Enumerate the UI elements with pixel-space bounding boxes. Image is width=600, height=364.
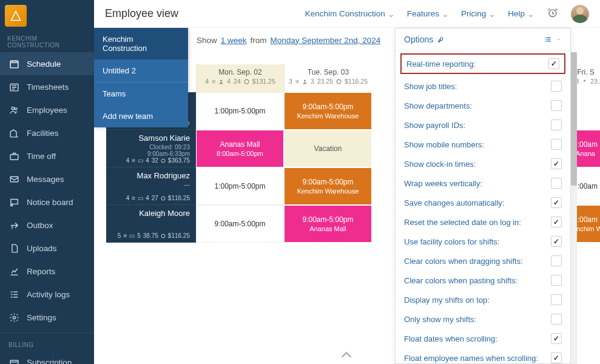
billing-section: BILLING [0, 333, 94, 351]
nav-timeoff[interactable]: Time off [0, 144, 94, 167]
shift[interactable]: 9:00am-5:00pmAnanas Mall [284, 205, 372, 243]
wrench-icon [437, 35, 445, 44]
shift[interactable]: 9:00am-5:00pmKenchim Warehouse [284, 92, 372, 130]
nav-facilities[interactable]: Facilities [0, 121, 94, 144]
header-features[interactable]: Features⌄ [407, 9, 449, 19]
option-checkbox[interactable] [551, 275, 562, 286]
option-label: Only show my shifts: [404, 315, 551, 324]
shift[interactable]: Vacation [284, 130, 372, 167]
team-current[interactable]: Kenchim Construction [94, 28, 188, 59]
option-row: Float dates when scrolling: [396, 329, 570, 348]
header-help[interactable]: Help⌄ [508, 9, 534, 19]
svg-point-11 [304, 79, 306, 81]
nav-reports[interactable]: Reports [0, 260, 94, 283]
shift[interactable]: 1:00pm-5:00pm [196, 167, 284, 205]
shift[interactable]: 9:00am-5:00pm [196, 205, 284, 243]
shift[interactable]: 1:00pm-5:00pm [196, 92, 284, 130]
send-icon: 7 [8, 220, 19, 231]
option-checkbox[interactable] [551, 139, 562, 150]
header-company-dropdown[interactable]: Kenchim Construction⌄ [305, 9, 395, 19]
employee-row[interactable]: Samson Kiarie Clocked: 09:23 9:00am-6:33… [106, 130, 196, 167]
gear-icon [8, 312, 19, 323]
chart-icon [8, 266, 19, 277]
shift[interactable]: Ananas Mall8:00am-5:00pm [196, 130, 284, 167]
option-checkbox[interactable] [551, 352, 562, 363]
svg-point-17 [161, 234, 165, 238]
nav-label: Subscription [27, 358, 72, 365]
option-checkbox[interactable] [551, 294, 562, 305]
list-view-icon[interactable] [544, 35, 552, 44]
team-item[interactable]: Untitled 2 [94, 59, 188, 82]
option-checkbox[interactable] [551, 197, 562, 208]
employee-row[interactable]: Max Rodriguez — 4≡ ▭4 27 $116.25 [106, 167, 196, 205]
add-team[interactable]: Add new team [94, 105, 188, 127]
nav-label: Activity logs [27, 290, 70, 299]
date-select[interactable]: Monday September 2nd, 2024 [271, 36, 381, 45]
nav-noticeboard[interactable]: 1 Notice board [0, 190, 94, 214]
nav-uploads[interactable]: Uploads [0, 237, 94, 260]
nav-label: Settings [27, 313, 56, 322]
nav-label: Notice board [27, 198, 73, 207]
nav-timesheets[interactable]: Timesheets [0, 75, 94, 98]
option-row: Save changes automatically: [396, 193, 570, 212]
nav-label: Outbox [27, 221, 53, 230]
date-header[interactable]: Mon. Sep. 02 [197, 64, 284, 78]
period-select[interactable]: 1 week [221, 36, 247, 45]
briefcase-icon [8, 150, 19, 161]
svg-point-16 [161, 197, 165, 200]
option-checkbox[interactable] [551, 217, 562, 228]
option-checkbox[interactable] [551, 81, 562, 92]
svg-point-15 [161, 159, 165, 163]
alarm-icon[interactable] [547, 7, 559, 21]
expand-up-icon[interactable] [340, 350, 353, 360]
nav-settings[interactable]: Settings [0, 306, 94, 329]
chevron-icon[interactable] [556, 35, 562, 44]
svg-point-10 [244, 79, 249, 84]
teams-panel: Kenchim Construction Untitled 2 Teams Ad… [94, 28, 188, 127]
option-row: Show payroll IDs: [396, 115, 570, 135]
option-label: Wrap weeks vertically: [404, 179, 551, 188]
nav-label: Employees [27, 106, 67, 115]
nav-schedule[interactable]: Schedule [0, 52, 94, 75]
option-checkbox[interactable] [551, 333, 562, 344]
shift[interactable]: 9:00am-5:00pmKenchim Warehouse [284, 167, 372, 205]
option-row: Show clock-in times: [396, 154, 570, 174]
option-row: Clear colors when pasting shifts: [396, 271, 570, 290]
option-checkbox[interactable] [551, 178, 562, 189]
option-row: Show mobile numbers: [396, 135, 570, 154]
nav-subscription[interactable]: Subscription [0, 351, 94, 364]
option-checkbox[interactable] [551, 158, 562, 169]
svg-point-13 [584, 79, 585, 81]
clipboard-icon [8, 81, 19, 92]
option-row: Clear colors when dragging shifts: [396, 251, 570, 271]
option-checkbox[interactable] [551, 100, 562, 111]
user-avatar[interactable] [571, 5, 589, 23]
nav-label: Time off [27, 152, 56, 161]
sidebar: KENCHIM CONSTRUCTION Schedule Timesheets… [0, 0, 94, 364]
card-icon [8, 357, 19, 364]
nav-label: Schedule [27, 59, 61, 69]
option-checkbox[interactable] [551, 255, 562, 266]
show-label: Show [197, 36, 217, 45]
users-icon [8, 104, 19, 115]
svg-rect-5 [10, 177, 18, 182]
option-checkbox[interactable] [551, 236, 562, 247]
date-header[interactable]: Tue. Sep. 03 [285, 64, 372, 78]
svg-point-6 [13, 316, 15, 318]
nav-messages[interactable]: Messages [0, 167, 94, 190]
header: Employee view Kenchim Construction⌄ Feat… [94, 0, 600, 28]
option-checkbox[interactable] [548, 58, 559, 69]
scrollbar[interactable] [571, 52, 577, 364]
header-pricing[interactable]: Pricing⌄ [461, 9, 496, 19]
option-checkbox[interactable] [551, 120, 562, 130]
option-row: Show job titles: [396, 76, 570, 96]
option-label: Clear colors when pasting shifts: [404, 276, 551, 285]
nav-employees[interactable]: Employees [0, 98, 94, 121]
employee-row[interactable]: Kaleigh Moore 5≡ ▭5 38.75 $116.25 [106, 205, 196, 243]
app-logo[interactable] [5, 5, 27, 27]
option-checkbox[interactable] [551, 314, 562, 325]
nav-label: Reports [27, 267, 55, 276]
nav-outbox[interactable]: 7 Outbox [0, 214, 94, 237]
nav-activity[interactable]: Activity logs [0, 283, 94, 306]
option-row: Float employee names when scrolling: [396, 348, 570, 364]
